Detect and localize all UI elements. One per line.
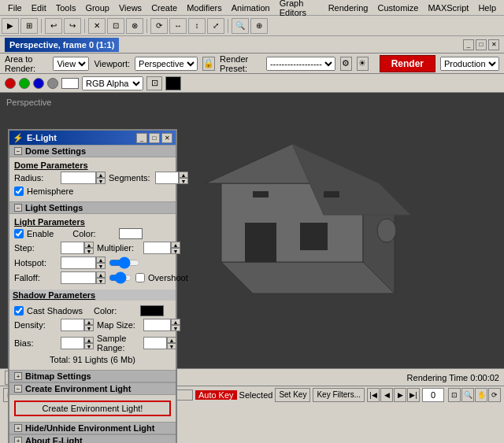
key-filters-btn[interactable]: Key Filters... bbox=[313, 388, 365, 402]
color-dot-gray[interactable] bbox=[47, 78, 58, 89]
hide-env-section-header[interactable]: + Hide/Unhide Environment Light bbox=[9, 422, 176, 434]
toolbar-btn-12[interactable]: 🔍 bbox=[232, 18, 249, 34]
step-up[interactable]: ▲ bbox=[84, 242, 94, 248]
orbit-btn[interactable]: ⟳ bbox=[488, 388, 501, 402]
falloff-slider[interactable] bbox=[109, 272, 132, 283]
zoom-extent-btn[interactable]: ⊡ bbox=[448, 388, 461, 402]
multiplier-input[interactable]: 1.0 bbox=[143, 242, 171, 254]
menu-edit[interactable]: Edit bbox=[27, 2, 51, 13]
create-env-toggle[interactable]: − bbox=[14, 385, 22, 393]
render-env-icon[interactable]: ☀ bbox=[357, 57, 369, 71]
toolbar-btn-6[interactable]: ⊡ bbox=[107, 18, 124, 34]
channel-dropdown[interactable]: RGB Alpha bbox=[82, 76, 143, 90]
color-box-white[interactable] bbox=[61, 78, 79, 89]
menu-rendering[interactable]: Rendering bbox=[324, 2, 373, 13]
prev-frame-btn[interactable]: |◀ bbox=[367, 388, 380, 402]
segments-down[interactable]: ▼ bbox=[179, 178, 188, 184]
dome-toggle[interactable]: − bbox=[14, 147, 22, 155]
pan-btn[interactable]: ✋ bbox=[475, 388, 487, 402]
toolbar-btn-8[interactable]: ⟳ bbox=[150, 18, 168, 34]
mapsize-input[interactable]: 128 bbox=[143, 319, 171, 331]
menu-views[interactable]: Views bbox=[114, 2, 146, 13]
color-dot-green[interactable] bbox=[19, 78, 30, 89]
segments-input[interactable]: 2 bbox=[155, 172, 179, 184]
next-frame-btn[interactable]: ▶| bbox=[407, 388, 420, 402]
hide-env-toggle[interactable]: + bbox=[14, 424, 22, 432]
render-settings-icon[interactable]: ⚙ bbox=[340, 57, 352, 71]
color-dot-red[interactable] bbox=[5, 78, 16, 89]
set-key-btn[interactable]: Set Key bbox=[275, 388, 310, 402]
frame-input[interactable] bbox=[422, 388, 444, 402]
shadow-color-swatch[interactable] bbox=[140, 305, 164, 316]
toolbar-btn-10[interactable]: ↕ bbox=[188, 18, 206, 34]
panel-maximize-btn[interactable]: □ bbox=[149, 133, 160, 143]
light-section-header[interactable]: − Light Settings bbox=[9, 201, 176, 214]
mult-up[interactable]: ▲ bbox=[171, 242, 180, 248]
sample-up[interactable]: ▲ bbox=[167, 337, 176, 343]
density-down[interactable]: ▼ bbox=[84, 325, 94, 331]
auto-key-btn[interactable]: Auto Key bbox=[195, 390, 237, 400]
hotspot-slider[interactable] bbox=[109, 257, 140, 268]
maximize-btn[interactable]: □ bbox=[476, 39, 487, 50]
about-section-header[interactable]: + About E-Light bbox=[9, 434, 176, 443]
toolbar-btn-5[interactable]: ✕ bbox=[88, 18, 106, 34]
production-dropdown[interactable]: Production bbox=[440, 57, 499, 71]
bias-down[interactable]: ▼ bbox=[84, 343, 94, 349]
sample-down[interactable]: ▼ bbox=[167, 343, 176, 349]
lock-icon[interactable]: 🔒 bbox=[202, 57, 215, 71]
mult-down[interactable]: ▼ bbox=[171, 248, 180, 254]
menu-help[interactable]: Help bbox=[473, 2, 501, 13]
menu-file[interactable]: File bbox=[3, 2, 27, 13]
render-button[interactable]: Render bbox=[380, 55, 435, 72]
panel-close-btn[interactable]: ✕ bbox=[161, 133, 172, 143]
menu-group[interactable]: Group bbox=[80, 2, 114, 13]
bias-up[interactable]: ▲ bbox=[84, 337, 94, 343]
preset-dropdown[interactable]: ------------------ bbox=[266, 57, 335, 71]
view-icon2[interactable] bbox=[165, 76, 181, 90]
toolbar-btn-13[interactable]: ⊕ bbox=[250, 18, 268, 34]
area-dropdown[interactable]: View bbox=[53, 57, 89, 71]
menu-maxscript[interactable]: MAXScript bbox=[423, 2, 473, 13]
bitmap-section-header[interactable]: + Bitmap Settings bbox=[9, 370, 176, 382]
mapsize-up[interactable]: ▲ bbox=[171, 319, 180, 325]
create-env-btn[interactable]: Create Environment Light! bbox=[14, 401, 171, 416]
menu-tools[interactable]: Tools bbox=[51, 2, 81, 13]
enable-checkbox[interactable] bbox=[14, 229, 24, 238]
view-icon1[interactable]: ⊡ bbox=[146, 76, 162, 90]
menu-graph-editors[interactable]: Graph Editors bbox=[275, 0, 324, 18]
bias-input[interactable]: 0.1 bbox=[61, 337, 84, 349]
falloff-input[interactable]: 52.0 bbox=[61, 271, 96, 284]
step-down[interactable]: ▼ bbox=[84, 248, 94, 254]
segments-up[interactable]: ▲ bbox=[179, 172, 188, 178]
overshoot-checkbox[interactable] bbox=[135, 273, 145, 282]
falloff-up[interactable]: ▲ bbox=[96, 271, 106, 278]
dome-section-header[interactable]: − Dome Settings bbox=[9, 145, 176, 157]
hemisphere-checkbox[interactable] bbox=[14, 186, 24, 196]
hotspot-input[interactable]: 50.0 bbox=[61, 257, 96, 269]
toolbar-btn-3[interactable]: ↩ bbox=[45, 18, 62, 34]
create-env-section-header[interactable]: − Create Environment Light bbox=[9, 382, 176, 395]
toolbar-btn-4[interactable]: ↪ bbox=[64, 18, 81, 34]
toolbar-btn-9[interactable]: ↔ bbox=[169, 18, 187, 34]
light-color-swatch[interactable] bbox=[119, 228, 143, 239]
toolbar-btn-2[interactable]: ⊞ bbox=[20, 18, 38, 34]
minimize-btn[interactable]: _ bbox=[463, 39, 474, 50]
zoom-btn[interactable]: 🔍 bbox=[461, 388, 474, 402]
falloff-down[interactable]: ▼ bbox=[96, 278, 106, 284]
bitmap-toggle[interactable]: + bbox=[14, 372, 22, 380]
color-dot-blue[interactable] bbox=[33, 78, 44, 89]
radius-down[interactable]: ▼ bbox=[96, 178, 106, 184]
hotspot-up[interactable]: ▲ bbox=[96, 257, 106, 263]
menu-customize[interactable]: Customize bbox=[372, 2, 423, 13]
toolbar-btn-11[interactable]: ⤢ bbox=[207, 18, 224, 34]
light-toggle[interactable]: − bbox=[14, 204, 22, 212]
close-btn[interactable]: ✕ bbox=[488, 39, 499, 50]
menu-create[interactable]: Create bbox=[146, 2, 182, 13]
viewport-dropdown[interactable]: Perspective bbox=[135, 57, 198, 71]
radius-up[interactable]: ▲ bbox=[96, 172, 106, 178]
hotspot-down[interactable]: ▼ bbox=[96, 263, 106, 269]
density-up[interactable]: ▲ bbox=[84, 319, 94, 325]
about-toggle[interactable]: + bbox=[14, 437, 22, 443]
menu-modifiers[interactable]: Modifiers bbox=[182, 2, 227, 13]
menu-animation[interactable]: Animation bbox=[227, 2, 275, 13]
